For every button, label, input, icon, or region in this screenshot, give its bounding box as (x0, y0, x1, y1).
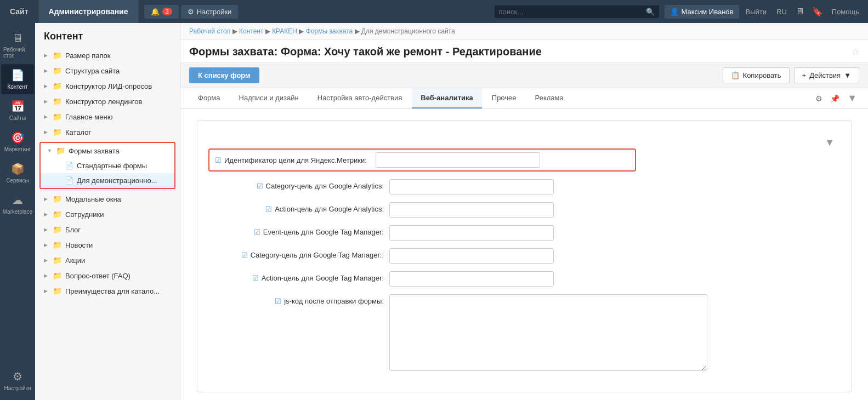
sidebar-item-demo-forms[interactable]: 📄 Для демонстрационно... (41, 173, 174, 188)
gtm-category-input[interactable] (389, 248, 554, 264)
folder-icon: 📁 (53, 271, 62, 280)
sidebar-item-standard-forms[interactable]: 📄 Стандартные формы (41, 158, 174, 173)
checkbox-icon: ☑ (275, 297, 281, 305)
sidebar-item-modal-windows[interactable]: ▶ 📁 Модальные окна (35, 191, 180, 207)
gtm-category-row: ☑ Category-цель для Google Tag Manager:: (208, 248, 840, 264)
checkbox-icon: ☑ (257, 182, 263, 190)
tab-form[interactable]: Форма (189, 88, 229, 108)
arrow-icon: ▶ (44, 273, 49, 278)
settings-nav-btn[interactable]: ⚙ Настройки (181, 5, 239, 19)
sidebar-title: Контент (35, 23, 180, 48)
favorite-star-icon[interactable]: ☆ (852, 47, 859, 57)
checkbox-icon: ☑ (254, 228, 260, 236)
sidebar-item-folder-sizes[interactable]: ▶ 📁 Размер папок (35, 48, 180, 63)
breadcrumb-content[interactable]: Контент (239, 27, 263, 35)
logout-link[interactable]: Выйти (742, 8, 770, 16)
sidebar-item-advantages[interactable]: ▶ 📁 Преимущества для катало... (35, 283, 180, 299)
desktop-icon: 🖥 (12, 32, 23, 44)
yandex-goal-input[interactable] (376, 152, 540, 168)
settings-icon: ⚙ (13, 370, 22, 383)
chevron-down-icon: ▼ (844, 71, 851, 79)
arrow-icon: ▶ (44, 227, 49, 232)
sidebar-item-lid-constructor[interactable]: ▶ 📁 Конструктор ЛИД-опросов (35, 78, 180, 94)
checkbox-icon: ☑ (215, 156, 222, 164)
breadcrumb-forms[interactable]: Формы захвата (306, 27, 353, 35)
tab-design[interactable]: Надписи и дизайн (230, 88, 308, 108)
js-code-textarea[interactable] (389, 294, 707, 371)
gtm-category-label: ☑ Category-цель для Google Tag Manager:: (208, 248, 384, 259)
ga-category-label: ☑ Category-цель для Google Analytics: (208, 179, 384, 190)
sidebar-item-news[interactable]: ▶ 📁 Новости (35, 237, 180, 253)
gtm-action-label: ☑ Action-цель для Google Tag Manager: (208, 271, 384, 282)
sidebar-item-desktop[interactable]: 🖥 Рабочий стол (1, 27, 34, 63)
arrow-icon: ▶ (44, 129, 49, 135)
tab-other[interactable]: Прочее (483, 88, 525, 108)
copy-button[interactable]: 📋 Копировать (723, 67, 790, 83)
js-code-row: ☑ js-код после отправки формы: (208, 294, 840, 371)
sidebar-item-sites[interactable]: 📅 Сайты (1, 95, 34, 125)
sidebar-item-employees[interactable]: ▶ 📁 Сотрудники (35, 207, 180, 222)
user-menu[interactable]: 👤 Максим Иванов (665, 5, 739, 19)
pin-tab-icon[interactable]: 📌 (828, 92, 842, 105)
breadcrumb: Рабочий стол ▶ Контент ▶ КРАКЕН ▶ Формы … (180, 23, 868, 40)
arrow-icon: ▶ (44, 288, 49, 294)
notifications-btn[interactable]: 🔔 3 (144, 5, 179, 19)
doc-icon: 📄 (65, 162, 73, 170)
folder-icon: 📁 (53, 287, 62, 295)
sidebar-item-main-menu[interactable]: ▶ 📁 Главное меню (35, 109, 180, 124)
sidebar-item-services[interactable]: 📦 Сервисы (1, 158, 34, 188)
site-tab[interactable]: Сайт (0, 0, 39, 23)
sidebar-item-landing-constructor[interactable]: ▶ 📁 Конструктор лендингов (35, 94, 180, 109)
sidebar-item-blog[interactable]: ▶ 📁 Блог (35, 222, 180, 237)
content-area: Рабочий стол ▶ Контент ▶ КРАКЕН ▶ Формы … (180, 23, 868, 400)
gtm-action-input[interactable] (389, 271, 554, 287)
toolbar: К списку форм 📋 Копировать + Действия ▼ (180, 63, 868, 88)
ga-action-input[interactable] (389, 202, 554, 218)
tab-analytics[interactable]: Веб-аналитика (412, 88, 481, 108)
sidebar-item-capture-forms[interactable]: ▼ 📁 Формы захвата (41, 143, 174, 158)
breadcrumb-desktop[interactable]: Рабочий стол (189, 27, 230, 35)
arrow-icon: ▼ (47, 148, 53, 153)
yandex-goal-row: ☑ Идентификатор цели для Яндекс.Метрики: (208, 148, 840, 172)
page-title-bar: Формы захвата: Форма: Хочу такой же ремо… (180, 40, 868, 63)
arrow-icon: ▶ (44, 53, 49, 58)
sidebar-item-promotions[interactable]: ▶ 📁 Акции (35, 253, 180, 268)
top-bar: Сайт Администрирование 🔔 3 ⚙ Настройки 🔍… (0, 0, 868, 23)
gtm-event-label: ☑ Event-цель для Google Tag Manager: (208, 225, 384, 236)
search-input[interactable] (499, 8, 643, 16)
checkbox-icon: ☑ (265, 205, 272, 213)
section-collapse-icon[interactable]: ▼ (825, 137, 835, 148)
bookmark-icon[interactable]: 🔖 (810, 7, 825, 17)
arrow-icon: ▶ (44, 258, 49, 263)
arrow-icon: ▶ (44, 83, 49, 89)
sidebar-item-catalog[interactable]: ▶ 📁 Каталог (35, 124, 180, 140)
folder-icon: 📁 (53, 51, 62, 60)
settings-tab-icon[interactable]: ⚙ (813, 92, 825, 105)
sidebar-item-marketing[interactable]: 🎯 Маркетинг (1, 127, 34, 157)
help-link[interactable]: Помощь (829, 8, 863, 16)
sidebar-item-marketplace[interactable]: ☁ Marketplace (1, 189, 34, 219)
sidebar-item-content[interactable]: 📄 Контент (1, 64, 34, 94)
admin-tab[interactable]: Администрирование (39, 0, 139, 23)
language-selector[interactable]: RU (773, 8, 790, 16)
ga-category-input[interactable] (389, 179, 554, 195)
services-icon: 📦 (11, 162, 25, 175)
search-icon: 🔍 (646, 8, 655, 16)
arrow-icon: ▶ (44, 196, 49, 202)
tab-auto-action[interactable]: Настройка авто-действия (309, 88, 411, 108)
marketing-icon: 🎯 (11, 131, 25, 144)
tab-ads[interactable]: Реклама (526, 88, 572, 108)
gtm-event-row: ☑ Event-цель для Google Tag Manager: (208, 225, 840, 241)
sidebar-item-site-structure[interactable]: ▶ 📁 Структура сайта (35, 63, 180, 78)
actions-button[interactable]: + Действия ▼ (794, 67, 859, 83)
back-to-list-button[interactable]: К списку форм (189, 67, 259, 83)
folder-icon: 📁 (56, 146, 65, 155)
monitor-icon[interactable]: 🖥 (793, 7, 807, 16)
gtm-event-input[interactable] (389, 225, 554, 241)
sidebar-item-faq[interactable]: ▶ 📁 Вопрос-ответ (FAQ) (35, 268, 180, 283)
breadcrumb-kraken[interactable]: КРАКЕН (272, 27, 297, 35)
sidebar-item-settings[interactable]: ⚙ Настройки (1, 365, 34, 396)
bell-icon: 🔔 (151, 8, 160, 16)
user-icon: 👤 (670, 8, 679, 16)
collapse-tab-icon[interactable]: ▼ (845, 90, 859, 106)
